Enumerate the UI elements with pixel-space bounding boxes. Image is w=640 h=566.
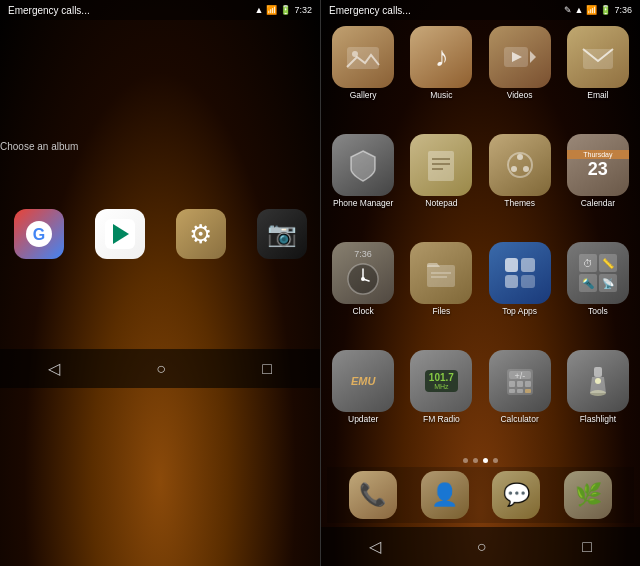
- calculator-icon: +/-: [489, 350, 551, 412]
- videos-icon: [489, 26, 551, 88]
- clock-label: Clock: [352, 306, 373, 316]
- svg-point-36: [590, 390, 606, 396]
- music-label: Music: [430, 90, 452, 100]
- app-item-phonemgr[interactable]: Phone Manager: [327, 134, 399, 236]
- app-item-gallery[interactable]: Gallery: [327, 26, 399, 128]
- left-phone-panel: Emergency calls... ▲ 📶 🔋 7:32 7:32 PM To…: [0, 0, 320, 566]
- svg-marker-7: [530, 51, 536, 63]
- clock-time-text: 7:36: [354, 249, 372, 259]
- svg-rect-31: [509, 389, 515, 393]
- notepad-icon: [410, 134, 472, 196]
- app-item-files[interactable]: Files: [405, 242, 477, 344]
- tools-label: Tools: [588, 306, 608, 316]
- right-content: Gallery ♪ Music Videos E: [321, 20, 640, 527]
- choose-album-text: Choose an album: [0, 141, 78, 152]
- files-label: Files: [432, 306, 450, 316]
- right-dock-phone[interactable]: 📞: [349, 471, 397, 519]
- right-dock-contacts[interactable]: 👤: [421, 471, 469, 519]
- app-item-clock[interactable]: 7:36 Clock: [327, 242, 399, 344]
- svg-rect-33: [525, 389, 531, 393]
- right-page-dots: [327, 454, 634, 467]
- gallery-label: Gallery: [350, 90, 377, 100]
- svg-rect-34: [594, 367, 602, 377]
- right-signal-icon: 📶: [586, 5, 597, 15]
- right-recent-button[interactable]: □: [566, 534, 608, 560]
- topapps-cell-3: [521, 275, 535, 289]
- email-label: Email: [587, 90, 608, 100]
- battery-icon: 🔋: [280, 5, 291, 15]
- camera-icon: 📷: [257, 209, 307, 259]
- right-battery-icon: 🔋: [600, 5, 611, 15]
- app-item-email[interactable]: Email: [562, 26, 634, 128]
- right-phone-panel: Emergency calls... ✎ ▲ 📶 🔋 7:36 Gallery …: [321, 0, 640, 566]
- left-bg: [0, 0, 320, 566]
- svg-rect-28: [509, 381, 515, 387]
- right-dot-2: [483, 458, 488, 463]
- app-item-topapps[interactable]: Top Apps: [484, 242, 556, 344]
- topapps-cell-2: [505, 275, 519, 289]
- svg-point-17: [511, 166, 517, 172]
- svg-rect-30: [525, 381, 531, 387]
- app-item-videos[interactable]: Videos: [484, 26, 556, 128]
- right-back-button[interactable]: ◁: [353, 533, 397, 560]
- themes-label: Themes: [504, 198, 535, 208]
- calendar-inner: Thursday 23: [567, 150, 629, 181]
- topapps-label: Top Apps: [502, 306, 537, 316]
- app-item-notepad[interactable]: Notepad: [405, 134, 477, 236]
- app-item-updater[interactable]: EMU Updater: [327, 350, 399, 452]
- flashlight-icon: [567, 350, 629, 412]
- app-item-calculator[interactable]: +/- Calculator: [484, 350, 556, 452]
- notepad-label: Notepad: [425, 198, 457, 208]
- right-dock-browser[interactable]: 🌿: [564, 471, 612, 519]
- clock-icon: 7:36: [332, 242, 394, 304]
- fmradio-label: FM Radio: [423, 414, 460, 424]
- svg-point-37: [595, 378, 601, 384]
- right-status-bar: Emergency calls... ✎ ▲ 📶 🔋 7:36: [321, 0, 640, 20]
- clock-inner: 7:36: [345, 249, 381, 297]
- app-item-themes[interactable]: Themes: [484, 134, 556, 236]
- right-phone-icon: 📞: [359, 482, 386, 508]
- svg-rect-10: [428, 151, 454, 181]
- music-icon: ♪: [410, 26, 472, 88]
- themes-icon: [489, 134, 551, 196]
- left-status-bar: Emergency calls... ▲ 📶 🔋 7:32: [0, 0, 320, 20]
- right-browser-icon: 🌿: [575, 482, 602, 508]
- right-status-icons: ✎ ▲ 📶 🔋 7:36: [564, 5, 632, 15]
- edit-icon[interactable]: ✎: [564, 5, 572, 15]
- flashlight-label: Flashlight: [580, 414, 616, 424]
- app-item-flashlight[interactable]: Flashlight: [562, 350, 634, 452]
- status-time: 7:32: [294, 5, 312, 15]
- fm-freq: 101.7: [429, 372, 454, 383]
- topapps-inner: [501, 254, 539, 292]
- svg-rect-29: [517, 381, 523, 387]
- tool-cell-0: ⏱: [579, 254, 597, 272]
- right-contacts-icon: 👤: [431, 482, 458, 508]
- app-item-music[interactable]: ♪ Music: [405, 26, 477, 128]
- videos-label: Videos: [507, 90, 533, 100]
- email-icon: [567, 26, 629, 88]
- tool-cell-3: 📡: [599, 274, 617, 292]
- phonemgr-icon: [332, 134, 394, 196]
- signal-icon: 📶: [266, 5, 277, 15]
- right-messaging-icon: 💬: [503, 482, 530, 508]
- recent-button[interactable]: □: [246, 356, 288, 382]
- home-button[interactable]: ○: [140, 356, 182, 382]
- svg-text:+/-: +/-: [514, 371, 525, 381]
- right-nav-bar: ◁ ○ □: [321, 527, 640, 566]
- calendar-icon: Thursday 23: [567, 134, 629, 196]
- right-dock-messaging[interactable]: 💬: [492, 471, 540, 519]
- svg-rect-32: [517, 389, 523, 393]
- fm-display: 101.7 MHz: [425, 370, 458, 392]
- right-home-button[interactable]: ○: [461, 534, 503, 560]
- back-button[interactable]: ◁: [32, 355, 76, 382]
- right-wifi-icon: ▲: [575, 5, 584, 15]
- app-item-calendar[interactable]: Thursday 23 Calendar: [562, 134, 634, 236]
- tools-inner: ⏱ 📏 🔦 📡: [579, 254, 617, 292]
- app-item-fmradio[interactable]: 101.7 MHz FM Radio: [405, 350, 477, 452]
- files-icon: [410, 242, 472, 304]
- app-item-tools[interactable]: ⏱ 📏 🔦 📡 Tools: [562, 242, 634, 344]
- topapps-icon: [489, 242, 551, 304]
- svg-point-16: [523, 166, 529, 172]
- tool-cell-2: 🔦: [579, 274, 597, 292]
- updater-label: Updater: [348, 414, 378, 424]
